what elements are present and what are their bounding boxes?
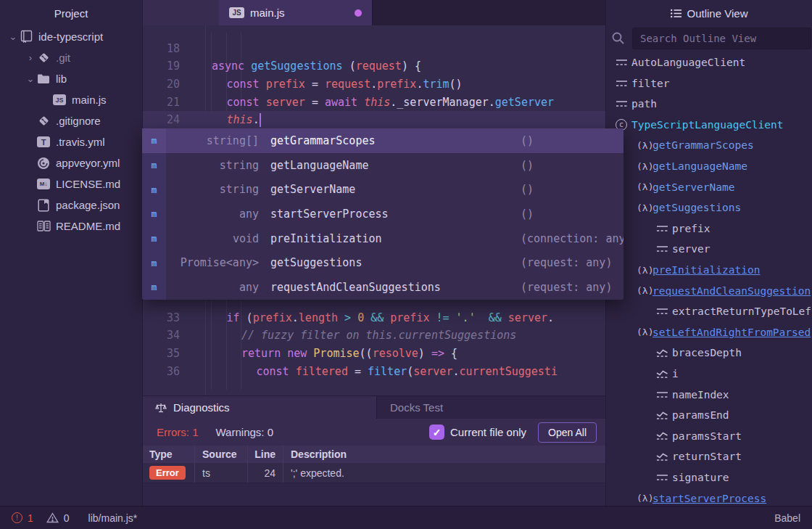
line-number: 36 [142,365,180,378]
wave-icon [656,348,672,358]
code-line-21[interactable]: 21const server = await this._serverManag… [142,93,605,111]
method-badge: m [142,250,166,275]
tree-item--gitignore[interactable]: .gitignore [0,110,142,131]
lambda-icon: (λ) [637,202,652,213]
var-icon [656,307,672,316]
outline-item-server[interactable]: server [656,239,710,259]
statusbar-warning-count[interactable]: 0 [64,512,70,524]
outline-item-signature[interactable]: signature [656,467,729,488]
outline-item-filter[interactable]: filter [616,73,669,94]
tree-item-ide-typescript[interactable]: ⌄ide-typescript [0,26,142,47]
tree-item-readme-md[interactable]: README.md [0,216,142,237]
suggestion-name: getServerName [270,183,355,196]
outline-item-TypeScriptLanguageClient[interactable]: cTypeScriptLanguageClient [616,115,784,135]
col-header-description[interactable]: Description [283,446,605,463]
tab-docks-test[interactable]: Docks Test [376,396,605,419]
markdown-icon: M↓ [36,177,51,192]
tree-item--git[interactable]: ›.git [0,47,142,68]
outline-item-getLanguageName[interactable]: (λ)getLanguageName [637,156,747,176]
suggestion-requestAndCleanSuggestions[interactable]: manyrequestAndCleanSuggestions(request: … [142,275,624,300]
outline-item-requestAndCleanSuggestion[interactable]: (λ)requestAndCleanSuggestion [637,281,811,301]
outline-item-getGrammarScopes[interactable]: (λ)getGrammarScopes [637,135,754,155]
open-all-button[interactable]: Open All [538,422,597,443]
outline-item-label: getGrammarScopes [652,139,754,151]
col-header-line[interactable]: Line [247,446,283,463]
current-file-only-checkbox[interactable]: ✓ [429,425,444,440]
outline-item-label: paramsStart [672,430,742,442]
error-circle-icon[interactable]: ! [12,512,22,523]
code-line-33[interactable]: 33if (prefix.length > 0 && prefix != '.'… [142,308,605,327]
ide-window: Project ⌄ide-typescript›.git⌄libJSmain.j… [0,0,812,529]
outline-item-paramsEnd[interactable]: paramsEnd [656,405,729,425]
code-line-24[interactable]: 24this. [142,111,605,129]
outline-item-setLeftAndRightFromParsed[interactable]: (λ)setLeftAndRightFromParsed [637,322,811,343]
tree-item-appveyor-yml[interactable]: appveyor.yml [0,152,142,173]
statusbar-grammar[interactable]: Babel [774,512,800,524]
outline-item-getSuggestions[interactable]: (λ)getSuggestions [637,197,741,218]
tab-diagnostics[interactable]: Diagnostics [142,396,376,419]
tree-item-main-js[interactable]: JSmain.js [0,89,142,110]
outline-item-nameIndex[interactable]: nameIndex [656,385,729,405]
suggestion-getLanguageName[interactable]: mstringgetLanguageName() [142,153,624,178]
outline-item-AutoLanguageClient[interactable]: AutoLanguageClient [616,52,745,73]
code-line-20[interactable]: 20const prefix = request.prefix.trim() [142,75,605,93]
lambda-icon: (λ) [637,181,652,192]
outline-item-getServerName[interactable]: (λ)getServerName [637,177,735,197]
suggestion-getServerName[interactable]: mstringgetServerName() [142,177,624,202]
outline-item-label: i [672,368,679,380]
chevron-down-icon[interactable]: ⌄ [7,31,19,42]
suggestion-name: getGrammarScopes [270,134,376,147]
modified-dot-icon [355,9,362,17]
chevron-down-icon[interactable]: ⌄ [25,73,36,84]
outline-item-bracesDepth[interactable]: bracesDepth [656,343,742,363]
var-icon [656,473,672,482]
suggestion-getSuggestions[interactable]: mPromise<any>getSuggestions(request: any… [142,250,624,275]
tree-item-license-md[interactable]: M↓LICENSE.md [0,173,142,194]
outline-item-prefix[interactable]: prefix [656,218,710,239]
suggestion-signature: () [521,183,534,196]
project-panel-title: Project [0,0,142,26]
chevron-right-icon[interactable]: › [25,52,36,63]
tree-item-package-json[interactable]: package.json [0,194,142,216]
tree-item--travis-yml[interactable]: T.travis.yml [0,131,142,152]
col-header-type[interactable]: Type [142,446,194,463]
suggestion-getGrammarScopes[interactable]: mstring[]getGrammarScopes() [142,128,624,153]
code-line-35[interactable]: 35return new Promise((resolve) => { [142,344,605,362]
code-line-18[interactable]: 18 [142,39,605,57]
method-badge: m [142,275,166,300]
lambda-icon: (λ) [637,140,652,151]
code-line-34[interactable]: 34// fuzzy filter on this.currentSuggest… [142,327,605,345]
suggestion-signature: () [521,208,534,221]
outline-item-preInitialization[interactable]: (λ)preInitialization [637,260,760,280]
diagnostics-table-row[interactable]: Errorts24';' expected. [142,463,605,483]
outline-search-input[interactable] [632,28,811,49]
outline-item-paramsStart[interactable]: paramsStart [656,426,742,446]
outline-item-startServerProcess[interactable]: (λ)startServerProcess [637,488,766,506]
suggestion-type: string [166,183,259,196]
outline-item-label: preInitialization [652,264,760,276]
outline-item-label: paramsEnd [672,409,729,421]
warning-triangle-icon[interactable] [46,512,59,523]
lambda-icon: (λ) [637,265,652,276]
outline-item-extractReturnTypeToLef[interactable]: extractReturnTypeToLef [656,301,811,321]
travis-icon: T [36,135,51,149]
suggestion-startServerProcess[interactable]: manystartServerProcess() [142,202,624,226]
folder-icon [36,72,51,86]
line-number: 35 [142,347,180,360]
warnings-count-label[interactable]: Warnings: 0 [216,426,273,438]
search-icon [611,31,625,48]
suggestion-preInitialization[interactable]: mvoidpreInitialization(connection: any [142,226,624,251]
line-number: 33 [142,311,180,324]
code-line-36[interactable]: 36const filtered = filter(server.current… [142,362,605,380]
outline-item-label: path [631,98,657,110]
tab-main-js[interactable]: JS main.js [219,0,372,25]
outline-item-i[interactable]: i [656,364,679,384]
col-header-source[interactable]: Source [194,446,247,463]
errors-count-label[interactable]: Errors: 1 [157,426,199,438]
statusbar-error-count[interactable]: 1 [28,512,33,524]
diagnostics-tab-label: Diagnostics [173,401,230,414]
tree-item-lib[interactable]: ⌄lib [0,68,142,89]
code-line-19[interactable]: 19async getSuggestions (request) { [142,57,605,75]
outline-item-path[interactable]: path [616,94,657,114]
outline-item-returnStart[interactable]: returnStart [656,446,742,467]
